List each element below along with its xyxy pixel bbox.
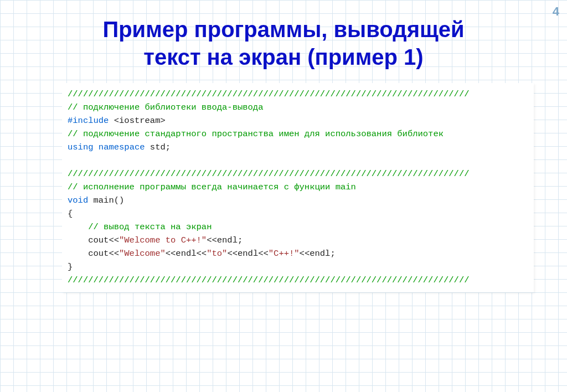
code-divider-3: ////////////////////////////////////////… [68, 275, 470, 285]
title-line-2: текст на экран (пример 1) [143, 45, 423, 69]
code-string-2c: "C++!" [269, 249, 300, 259]
code-string-2b: "to" [207, 249, 227, 259]
code-brace-open: { [68, 209, 73, 219]
code-main-signature: main() [88, 195, 124, 205]
code-divider-2: ////////////////////////////////////////… [68, 169, 470, 179]
code-string-1: "Welcome to C++!" [119, 235, 207, 245]
code-using-keyword: using [68, 142, 94, 152]
code-namespace-keyword: namespace [99, 142, 145, 152]
code-include-header: <iostream> [109, 116, 165, 126]
code-cout-2a: cout<< [68, 249, 119, 259]
code-cout-1a: cout<< [68, 235, 119, 245]
code-comment-namespace: // подключение стандартного пространства… [68, 129, 444, 139]
code-brace-close: } [68, 262, 73, 272]
code-cout-2b: <<endl; [300, 249, 336, 259]
code-cout-2m2: <<endl<< [227, 249, 268, 259]
title-line-1: Пример программы, выводящей [102, 17, 464, 42]
code-void-keyword: void [68, 195, 88, 205]
code-cout-1b: <<endl; [207, 235, 243, 245]
code-cout-2m1: <<endl<< [166, 249, 207, 259]
code-include-keyword: #include [68, 116, 109, 126]
code-comment-main: // исполнение программы всегда начинаетс… [68, 182, 356, 192]
code-string-2a: "Welcome" [119, 249, 166, 259]
code-block: ////////////////////////////////////////… [62, 83, 534, 292]
code-divider-1: ////////////////////////////////////////… [68, 89, 470, 99]
code-std-id: std; [145, 142, 171, 152]
code-comment-output: // вывод текста на экран [68, 222, 212, 232]
slide-title: Пример программы, выводящей текст на экр… [0, 0, 567, 71]
code-comment-io: // подключение библиотеки ввода-вывода [68, 102, 263, 112]
